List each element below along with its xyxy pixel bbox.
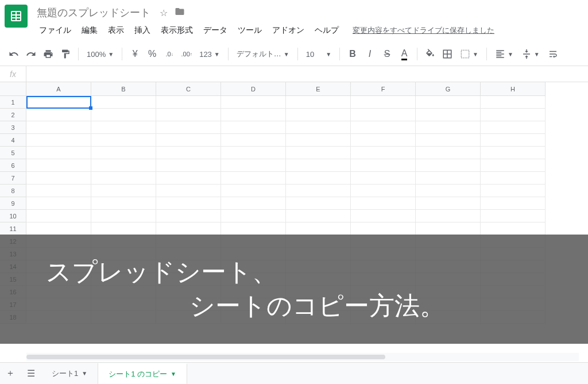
cell[interactable]: [156, 159, 221, 172]
cell[interactable]: [156, 121, 221, 134]
horizontal-scrollbar[interactable]: [26, 353, 579, 361]
star-icon[interactable]: ☆: [160, 7, 168, 18]
menu-edit[interactable]: 編集: [77, 23, 102, 38]
cell[interactable]: [416, 222, 481, 235]
undo-button[interactable]: [6, 46, 22, 62]
cell[interactable]: [91, 222, 156, 235]
cell[interactable]: [286, 109, 351, 121]
cell[interactable]: [286, 147, 351, 159]
cell[interactable]: [286, 197, 351, 210]
column-header[interactable]: G: [416, 82, 481, 96]
cell[interactable]: [221, 222, 286, 235]
currency-button[interactable]: ¥: [127, 46, 143, 62]
cell[interactable]: [26, 134, 91, 147]
cell[interactable]: [351, 159, 416, 172]
add-sheet-button[interactable]: ＋: [0, 363, 21, 384]
column-header[interactable]: D: [221, 82, 286, 96]
cell[interactable]: [221, 172, 286, 185]
cell[interactable]: [286, 222, 351, 235]
cell[interactable]: [351, 222, 416, 235]
menu-view[interactable]: 表示: [103, 23, 129, 38]
cell[interactable]: [91, 210, 156, 222]
row-header[interactable]: 11: [0, 222, 26, 235]
increase-decimal-button[interactable]: .00↑: [179, 46, 195, 62]
column-header[interactable]: B: [91, 82, 156, 96]
bold-button[interactable]: B: [345, 46, 361, 62]
menu-addons[interactable]: アドオン: [268, 23, 309, 38]
menu-tools[interactable]: ツール: [233, 23, 266, 38]
menu-data[interactable]: データ: [199, 23, 232, 38]
cell[interactable]: [351, 134, 416, 147]
cell[interactable]: [351, 210, 416, 222]
column-header[interactable]: E: [286, 82, 351, 96]
all-sheets-button[interactable]: ☰: [21, 363, 41, 384]
row-header[interactable]: 2: [0, 109, 26, 121]
row-header[interactable]: 4: [0, 134, 26, 147]
v-align-button[interactable]: ▼: [518, 46, 543, 62]
cell[interactable]: [156, 172, 221, 185]
cell[interactable]: [91, 121, 156, 134]
cell[interactable]: [26, 96, 91, 109]
menu-format[interactable]: 表示形式: [156, 23, 198, 38]
cell[interactable]: [221, 210, 286, 222]
row-header[interactable]: 3: [0, 121, 26, 134]
cell[interactable]: [351, 109, 416, 121]
cell[interactable]: [416, 172, 481, 185]
cell[interactable]: [481, 172, 546, 185]
cell[interactable]: [481, 210, 546, 222]
row-header[interactable]: 8: [0, 185, 26, 197]
cell[interactable]: [156, 185, 221, 197]
cell[interactable]: [26, 197, 91, 210]
row-header[interactable]: 7: [0, 172, 26, 185]
font-select[interactable]: デフォルト…▼: [233, 46, 293, 62]
cell[interactable]: [416, 185, 481, 197]
cell[interactable]: [91, 109, 156, 121]
cell[interactable]: [286, 185, 351, 197]
cell[interactable]: [156, 222, 221, 235]
cell[interactable]: [481, 96, 546, 109]
cell[interactable]: [286, 210, 351, 222]
text-color-button[interactable]: A: [396, 46, 412, 62]
cell[interactable]: [91, 147, 156, 159]
cell[interactable]: [91, 197, 156, 210]
paint-format-button[interactable]: [57, 46, 74, 62]
cell[interactable]: [221, 96, 286, 109]
cell[interactable]: [26, 222, 91, 235]
cell[interactable]: [91, 159, 156, 172]
cell[interactable]: [156, 210, 221, 222]
cell[interactable]: [481, 134, 546, 147]
strikethrough-button[interactable]: S: [379, 46, 395, 62]
cell[interactable]: [221, 197, 286, 210]
font-size-select[interactable]: 10▼: [303, 46, 335, 62]
cell[interactable]: [481, 109, 546, 121]
borders-button[interactable]: [439, 46, 455, 62]
cell[interactable]: [91, 185, 156, 197]
cell[interactable]: [221, 109, 286, 121]
cell[interactable]: [416, 109, 481, 121]
redo-button[interactable]: [23, 46, 39, 62]
formula-input[interactable]: [26, 66, 588, 82]
cell[interactable]: [481, 121, 546, 134]
cell[interactable]: [91, 96, 156, 109]
cell[interactable]: [286, 121, 351, 134]
save-status[interactable]: 変更内容をすべてドライブに保存しました: [353, 25, 494, 36]
cell[interactable]: [91, 172, 156, 185]
cell[interactable]: [416, 147, 481, 159]
merge-cells-button[interactable]: ▼: [457, 46, 482, 62]
cell[interactable]: [221, 121, 286, 134]
cell[interactable]: [351, 147, 416, 159]
number-format-select[interactable]: 123▼: [196, 46, 223, 62]
cell[interactable]: [416, 210, 481, 222]
folder-icon[interactable]: [175, 6, 185, 19]
cell[interactable]: [26, 147, 91, 159]
cell[interactable]: [416, 159, 481, 172]
row-header[interactable]: 6: [0, 159, 26, 172]
cell[interactable]: [481, 147, 546, 159]
sheet-tab-2[interactable]: シート1 のコピー ▼: [98, 363, 187, 384]
cell[interactable]: [481, 185, 546, 197]
scrollbar-thumb[interactable]: [26, 355, 385, 359]
menu-help[interactable]: ヘルプ: [310, 23, 343, 38]
cell[interactable]: [286, 159, 351, 172]
wrap-button[interactable]: [544, 46, 562, 62]
column-header[interactable]: F: [351, 82, 416, 96]
